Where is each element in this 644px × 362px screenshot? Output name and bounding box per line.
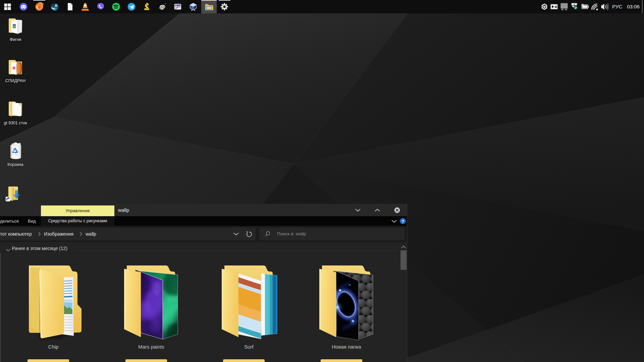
- svg-text:?: ?: [401, 219, 404, 224]
